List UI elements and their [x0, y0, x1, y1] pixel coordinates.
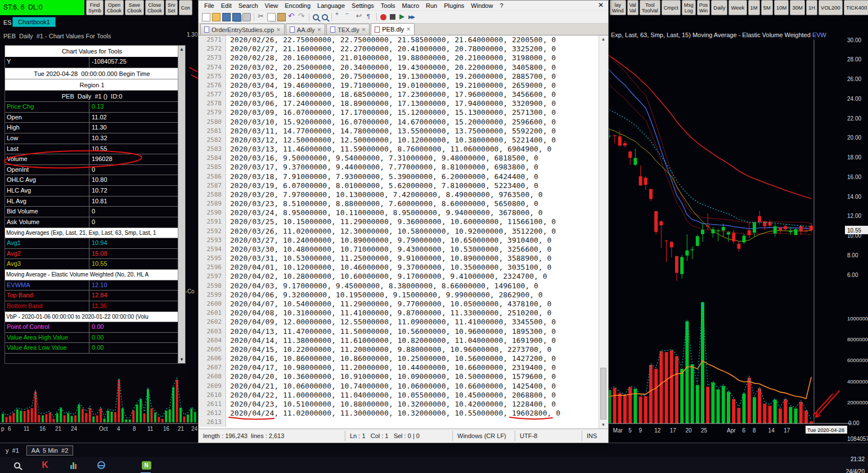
line-number: 2607: [199, 363, 226, 372]
main-price-chart[interactable]: Exp, Last, 63, Smp, Last, 15) Moving Ave…: [609, 16, 868, 443]
save-icon[interactable]: [222, 13, 231, 21]
record-macro-icon[interactable]: [380, 14, 386, 20]
menu-item-settings[interactable]: Settings: [348, 2, 377, 10]
menu-item-view[interactable]: View: [262, 2, 282, 10]
editor-line: 25762020/03/04, 19.46000000, 19.71000000…: [199, 81, 599, 90]
svg-text:2000000.0: 2000000.0: [847, 399, 868, 405]
toolbar-button-pos-win[interactable]: PosWin: [697, 0, 710, 15]
editor-area[interactable]: 25712020/02/26, 22.75000000, 22.75000000…: [199, 35, 599, 429]
chart-app-icon[interactable]: [66, 459, 80, 471]
status-insert-mode[interactable]: INS: [582, 432, 608, 439]
tab-peb-dly[interactable]: PEB.dly✕: [371, 23, 415, 35]
notepad-app-icon[interactable]: N: [140, 459, 153, 471]
tab-close-icon[interactable]: ✕: [276, 27, 281, 33]
left-volume-chart[interactable]: p611162124Oct4811162124: [0, 358, 198, 443]
toolbar-button-10m[interactable]: 10M: [774, 0, 789, 15]
toolbar-button-msg-log[interactable]: MsgLog: [682, 0, 696, 15]
toolbar-button-daily[interactable]: Daily: [711, 0, 727, 15]
toolbar-button-tool-toolval[interactable]: ToolToolVal: [640, 0, 660, 15]
stop-macro-icon[interactable]: [390, 14, 395, 20]
menu-item-blank[interactable]: ?: [496, 2, 506, 10]
scroll-up-icon[interactable]: ▲: [178, 47, 185, 52]
toolbar-button-val-val[interactable]: ValVal: [627, 0, 638, 15]
tab-close-icon[interactable]: ✕: [406, 26, 411, 32]
row-label: HLC Avg: [5, 186, 89, 196]
line-number: 2613: [199, 418, 226, 427]
toolbar-button-tick400[interactable]: TICK400: [844, 0, 868, 15]
row-value: 10.55: [89, 259, 179, 269]
tab-tex-dly[interactable]: TEX.dly✕: [326, 24, 370, 35]
menu-item-encoding[interactable]: Encoding: [281, 2, 314, 10]
panel-scrollbar[interactable]: ▲ ▼: [178, 46, 185, 363]
toolbar-button-find-symb[interactable]: FindSymb: [86, 0, 104, 15]
menu-item-tools[interactable]: Tools: [377, 2, 399, 10]
save-all-icon[interactable]: [232, 13, 241, 21]
toolbar-button-lay-wind[interactable]: layWind: [610, 0, 626, 15]
tab-aa-5min-2[interactable]: AA 5 Min #2: [26, 445, 73, 456]
tab-close-icon[interactable]: ✕: [362, 27, 366, 33]
paste-icon[interactable]: [277, 13, 286, 21]
toolbar-button-5m[interactable]: 5M: [761, 0, 773, 15]
menu-item-plugins[interactable]: Plugins: [440, 2, 467, 10]
scroll-down-icon[interactable]: ▼: [178, 357, 185, 362]
svg-text:11: 11: [24, 426, 30, 432]
svg-text:14: 14: [768, 427, 775, 434]
tab-close-icon[interactable]: ✕: [317, 27, 322, 33]
tab-aa-dly[interactable]: AA.dly✕: [286, 24, 325, 35]
replace-icon[interactable]: [322, 14, 328, 20]
menu-item-macro[interactable]: Macro: [398, 2, 422, 10]
menu-item-run[interactable]: Run: [422, 2, 440, 10]
toolbar-button-cmpct[interactable]: Cmpct: [662, 0, 681, 15]
search-icon[interactable]: [10, 459, 24, 471]
editor-scrollbar[interactable]: ▲ ▼: [599, 35, 608, 429]
menu-item-edit[interactable]: Edit: [218, 2, 235, 10]
word-wrap-icon[interactable]: [355, 13, 363, 21]
line-text: 2020/04/24, 11.02000000, 11.30000000, 10…: [226, 409, 560, 418]
status-encoding[interactable]: UTF-8: [515, 432, 582, 439]
line-number: 2588: [199, 190, 226, 199]
toolbar-button-con[interactable]: Con: [179, 0, 193, 15]
close-icon[interactable]: ✕: [598, 1, 604, 9]
clock-time: 21:32: [851, 456, 865, 462]
copy-icon[interactable]: [267, 13, 276, 21]
line-number: 2591: [199, 217, 226, 226]
run-macro-multiple-icon[interactable]: [408, 13, 417, 21]
toolbar-button-save-cbook[interactable]: SaveCbook: [125, 0, 144, 15]
file-icon: [330, 26, 335, 33]
scroll-down-icon[interactable]: ▼: [599, 422, 608, 427]
menu-item-window[interactable]: Window: [467, 2, 496, 10]
menu-item-search[interactable]: Search: [235, 2, 262, 10]
scroll-up-icon[interactable]: ▲: [599, 37, 608, 42]
undo-icon[interactable]: [287, 13, 296, 21]
show-symbols-icon[interactable]: [365, 13, 374, 21]
toolbar-button-vol200[interactable]: VOL200: [818, 0, 843, 15]
toolbar-button-srv-set[interactable]: SrvSet: [165, 0, 178, 15]
play-macro-icon[interactable]: [398, 13, 407, 21]
open-file-icon[interactable]: [212, 13, 221, 21]
k-app-icon[interactable]: K: [38, 459, 52, 471]
row-label: Top Band: [5, 291, 89, 301]
scrollbar-thumb[interactable]: [600, 368, 606, 420]
toolbar-button-30m[interactable]: 30M: [790, 0, 804, 15]
zoom-out-icon[interactable]: [345, 13, 353, 21]
tab-daily-1[interactable]: y #1: [1, 446, 24, 455]
cut-icon[interactable]: [257, 13, 266, 21]
toolbar-button-open-cbook[interactable]: OpenCbook: [105, 0, 124, 15]
status-eol[interactable]: Windows (CR LF): [453, 432, 515, 439]
tab-chartbook1[interactable]: Chartbook1: [12, 17, 56, 27]
value-row-high: High11.30: [5, 123, 179, 133]
tab-orderentrystudies-cpp[interactable]: OrderEntryStudies.cpp✕: [200, 24, 285, 35]
print-icon[interactable]: [242, 13, 251, 21]
find-icon[interactable]: [313, 14, 319, 20]
toolbar-button-close-cbook[interactable]: CloseCbook: [145, 0, 164, 15]
zoom-in-icon[interactable]: [335, 13, 343, 21]
browser-globe-icon[interactable]: [95, 459, 108, 471]
toolbar-button-week[interactable]: Week: [728, 0, 746, 15]
red-scribble: [190, 68, 197, 78]
menu-item-file[interactable]: File: [201, 2, 218, 10]
new-file-icon[interactable]: [202, 13, 210, 21]
toolbar-button-1m[interactable]: 1M: [748, 0, 760, 15]
menu-item-language[interactable]: Language: [314, 2, 348, 10]
toolbar-button-1h[interactable]: 1H: [806, 0, 817, 15]
redo-icon[interactable]: [298, 13, 306, 21]
